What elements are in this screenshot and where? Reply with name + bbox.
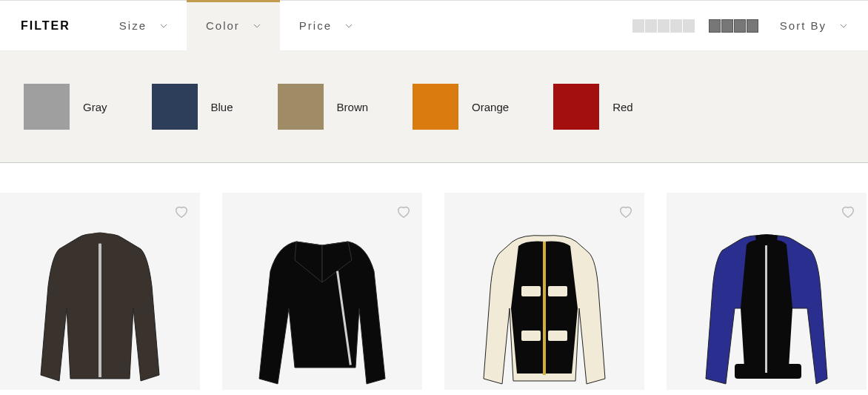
color-option-blue[interactable]: Blue xyxy=(152,84,233,130)
filter-color[interactable]: Color xyxy=(187,0,280,51)
filter-bar: FILTER Size Color Price Sort By xyxy=(0,0,868,51)
product-card[interactable] xyxy=(667,193,867,390)
swatch-orange xyxy=(413,84,458,130)
product-image xyxy=(459,219,630,390)
color-option-orange[interactable]: Orange xyxy=(413,84,509,130)
swatch-blue xyxy=(152,84,198,130)
product-image xyxy=(15,219,185,390)
wishlist-icon[interactable] xyxy=(173,203,190,219)
wishlist-icon[interactable] xyxy=(840,203,856,219)
svg-rect-3 xyxy=(521,286,541,296)
svg-rect-0 xyxy=(99,240,101,377)
chevron-down-icon xyxy=(840,22,847,30)
color-name: Blue xyxy=(211,101,233,113)
wishlist-icon[interactable] xyxy=(395,203,412,219)
filter-size[interactable]: Size xyxy=(100,0,187,51)
right-tools: Sort By xyxy=(632,19,847,33)
color-option-red[interactable]: Red xyxy=(553,84,633,130)
filter-color-label: Color xyxy=(206,19,240,32)
product-image xyxy=(237,219,407,390)
filter-size-label: Size xyxy=(119,19,147,32)
sort-by-label: Sort By xyxy=(780,19,827,32)
product-grid xyxy=(0,163,868,390)
chevron-down-icon xyxy=(160,22,167,30)
view-small-grid[interactable] xyxy=(709,19,759,33)
product-card[interactable] xyxy=(222,193,422,390)
svg-rect-8 xyxy=(765,243,767,373)
swatch-brown xyxy=(278,84,324,130)
color-option-brown[interactable]: Brown xyxy=(278,84,369,130)
color-option-gray[interactable]: Gray xyxy=(24,84,107,130)
svg-rect-4 xyxy=(548,286,567,296)
swatch-gray xyxy=(24,84,70,130)
color-filter-panel: Gray Blue Brown Orange Red xyxy=(0,51,868,163)
chevron-down-icon xyxy=(253,22,261,30)
chevron-down-icon xyxy=(345,22,353,30)
view-large-grid[interactable] xyxy=(632,19,695,33)
filter-label: FILTER xyxy=(21,19,70,33)
wishlist-icon[interactable] xyxy=(618,203,634,219)
color-name: Orange xyxy=(472,101,509,113)
color-name: Gray xyxy=(83,101,107,113)
svg-rect-5 xyxy=(521,331,541,341)
filter-price[interactable]: Price xyxy=(280,0,372,51)
product-image xyxy=(681,219,852,390)
color-name: Brown xyxy=(337,101,369,113)
filter-price-label: Price xyxy=(299,19,332,32)
color-name: Red xyxy=(612,101,633,113)
swatch-red xyxy=(553,84,599,130)
svg-rect-6 xyxy=(548,331,567,341)
product-card[interactable] xyxy=(444,193,644,390)
sort-by[interactable]: Sort By xyxy=(772,19,847,32)
svg-rect-7 xyxy=(735,364,801,379)
product-card[interactable] xyxy=(0,193,200,390)
svg-rect-2 xyxy=(543,242,546,375)
